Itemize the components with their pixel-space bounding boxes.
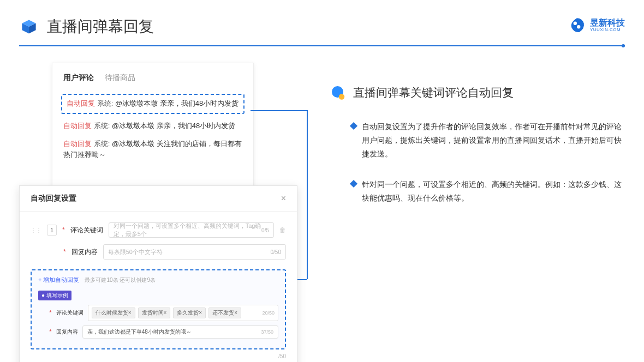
bullet-item: 自动回复设置为了提升作者的评论回复效率，作者可在开播前针对常见的评论用户问题，提… [330,120,625,161]
main-content: 用户评论 待播商品 自动回复 系统: @冰墩墩本墩 亲亲，我们48小时内发货 自… [0,63,644,221]
header-divider [19,45,625,46]
section-title: 直播间弹幕关键词评论自动回复 [353,85,514,100]
section-header: 直播间弹幕关键词评论自动回复 [330,85,625,101]
diamond-icon [350,122,357,130]
comment-text: @冰墩墩本墩 亲亲，我们48小时内发货 [112,122,235,130]
counter: 20/50 [262,310,275,316]
bullet-item: 针对同一个问题，可设置多个相近的、高频的关键词。例如：这款多少钱、这块能优惠吗、… [330,178,625,205]
example-header: + 增加自动回复 最多可建10条 还可以创建9条 [38,276,278,284]
logo-icon [568,16,586,34]
tag-chip[interactable]: 还不发货× [208,307,241,318]
tab-user-comments[interactable]: 用户评论 [63,73,94,83]
counter: 37/50 [261,329,273,335]
page-title: 直播间弹幕回复 [47,16,154,37]
auto-reply-label: 自动回复 [67,99,95,107]
tab-pending-goods[interactable]: 待播商品 [105,73,135,83]
auto-reply-label: 自动回复 [63,122,92,130]
comment-panel: 用户评论 待播商品 自动回复 系统: @冰墩墩本墩 亲亲，我们48小时内发货 自… [52,63,254,201]
input-placeholder: 对同一个问题，可设置多个相近、高频的关键词，Tag确定，最多5个 [114,222,261,238]
modal-body: ⋮⋮ 1 * 评论关键词 对同一个问题，可设置多个相近、高频的关键词，Tag确定… [20,212,297,360]
svg-point-0 [574,22,577,25]
comment-tabs: 用户评论 待播商品 [63,73,242,83]
logo-subtitle: YUUXIN.COM [590,27,625,32]
ex-content-text: 亲，我们这边都是下单48小时内发货的哦～ [87,328,192,336]
add-hint: 最多可建10条 还可以创建9条 [85,276,155,284]
bullet-text: 针对同一个问题，可设置多个相近的、高频的关键词。例如：这款多少钱、这块能优惠吗、… [362,178,625,205]
content-row: * 回复内容 每条限50个中文字符 0/50 [31,244,286,260]
modal-header: 自动回复设置 × [20,186,297,212]
example-content-row: * 回复内容 亲，我们这边都是下单48小时内发货的哦～ 37/50 [38,325,278,339]
example-badge: ● 填写示例 [38,291,71,300]
system-label: 系统: [94,140,110,148]
tag-chip[interactable]: 发货时间× [138,307,171,318]
brand-logo: 昱新科技 YUUXIN.COM [568,16,625,34]
ex-content-input[interactable]: 亲，我们这边都是下单48小时内发货的哦～ 37/50 [82,325,278,339]
connector-line [307,110,308,279]
add-auto-reply-link[interactable]: + 增加自动回复 [38,276,79,284]
counter: 0/50 [271,249,281,255]
svg-point-1 [577,25,580,28]
auto-reply-label: 自动回复 [63,140,92,148]
auto-reply-settings-modal: 自动回复设置 × ⋮⋮ 1 * 评论关键词 对同一个问题，可设置多个相近、高频的… [19,185,297,362]
bubble-icon [330,85,347,101]
example-section: + 增加自动回复 最多可建10条 还可以创建9条 ● 填写示例 * 评论关键词 … [31,269,286,349]
comment-item: 自动回复 系统: @冰墩墩本墩 关注我们的店铺，每日都有热门推荐呦～ [63,138,242,161]
cube-icon [19,17,39,37]
content-label: 回复内容 [71,248,98,257]
close-icon[interactable]: × [281,194,286,203]
right-column: 直播间弹幕关键词评论自动回复 自动回复设置为了提升作者的评论回复效率，作者可在开… [330,63,625,221]
bullet-text: 自动回复设置为了提升作者的评论回复效率，作者可在开播前针对常见的评论用户问题，提… [362,120,625,161]
tag-chip[interactable]: 多久发货× [173,307,206,318]
comment-item: 自动回复 系统: @冰墩墩本墩 亲亲，我们48小时内发货 [63,120,242,132]
logo-name: 昱新科技 [590,19,625,27]
row-number: 1 [47,225,57,236]
keyword-label: 评论关键词 [70,226,103,235]
keyword-input[interactable]: 对同一个问题，可设置多个相近、高频的关键词，Tag确定，最多5个 0/5 [109,222,274,238]
ex-keyword-label: 评论关键词 [56,309,84,317]
outer-counter: /50 [278,353,286,359]
system-label: 系统: [94,122,110,130]
ex-content-label: 回复内容 [56,328,78,336]
tag-input[interactable]: 什么时候发货× 发货时间× 多久发货× 还不发货× 20/50 [88,305,278,321]
tag-chip[interactable]: 什么时候发货× [92,307,135,318]
required-icon: * [49,309,52,317]
comment-text: @冰墩墩本墩 亲亲，我们48小时内发货 [115,99,238,107]
delete-icon[interactable]: 🗑 [279,226,286,234]
diamond-icon [350,179,357,187]
required-icon: * [62,226,65,234]
page-header: 直播间弹幕回复 昱新科技 YUUXIN.COM [0,0,644,45]
required-icon: * [49,328,52,336]
system-label: 系统: [97,99,114,107]
modal-title: 自动回复设置 [31,194,76,203]
input-placeholder: 每条限50个中文字符 [108,248,163,256]
svg-point-3 [339,94,345,100]
required-icon: * [63,248,66,256]
comment-item-highlighted: 自动回复 系统: @冰墩墩本墩 亲亲，我们48小时内发货 [61,94,245,114]
counter: 0/5 [261,227,269,233]
content-input[interactable]: 每条限50个中文字符 0/50 [103,244,286,260]
example-keyword-row: * 评论关键词 什么时候发货× 发货时间× 多久发货× 还不发货× 20/50 [38,305,278,321]
drag-handle-icon[interactable]: ⋮⋮ [31,227,41,233]
connector-line [251,110,307,111]
left-column: 用户评论 待播商品 自动回复 系统: @冰墩墩本墩 亲亲，我们48小时内发货 自… [19,63,297,221]
keyword-row: ⋮⋮ 1 * 评论关键词 对同一个问题，可设置多个相近、高频的关键词，Tag确定… [31,222,286,238]
